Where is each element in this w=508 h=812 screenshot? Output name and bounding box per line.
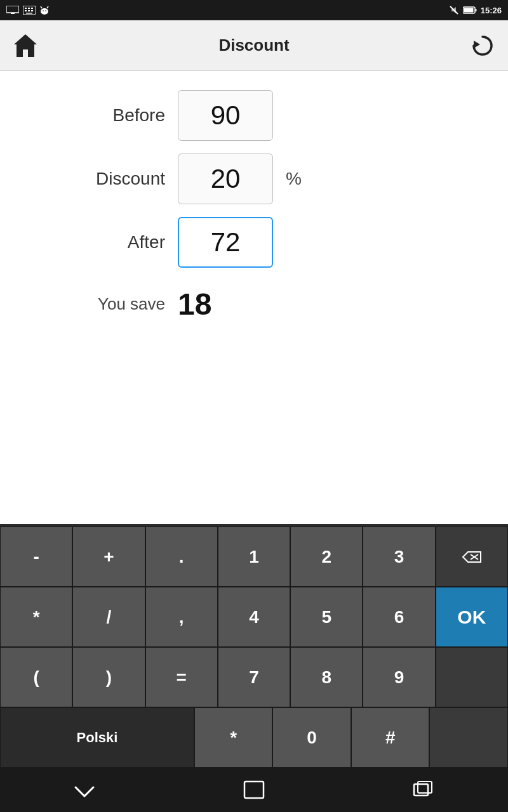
key-1[interactable]: 1 — [218, 527, 290, 587]
backspace-key[interactable] — [436, 527, 508, 587]
main-content: Before Discount % After You save 18 — [0, 71, 508, 524]
status-bar-left — [6, 5, 50, 15]
screen-icon — [6, 6, 19, 15]
svg-rect-8 — [31, 10, 33, 11]
key-placeholder — [436, 647, 508, 707]
discount-label: Discount — [38, 169, 165, 189]
keyboard-row-1: - + . 1 2 3 — [0, 527, 508, 587]
svg-line-11 — [41, 6, 42, 8]
svg-rect-18 — [464, 8, 473, 13]
svg-marker-22 — [463, 552, 481, 562]
percent-unit: % — [286, 169, 302, 189]
top-bar: Discount — [0, 20, 508, 71]
recents-nav-button[interactable] — [408, 777, 439, 802]
after-row: After — [38, 217, 470, 268]
key-close-paren[interactable]: ) — [72, 647, 145, 707]
status-bar-right: 15:26 — [449, 5, 502, 15]
android-icon — [39, 5, 50, 15]
back-nav-button[interactable] — [69, 777, 100, 802]
home-nav-button[interactable] — [238, 777, 270, 802]
key-5[interactable]: 5 — [290, 587, 363, 647]
svg-point-10 — [41, 8, 48, 15]
key-asterisk[interactable]: * — [194, 707, 273, 768]
backspace-icon — [462, 549, 482, 565]
keyboard-icon — [23, 6, 36, 15]
status-time: 15:26 — [481, 6, 502, 15]
nav-bar — [0, 768, 508, 812]
key-placeholder2 — [429, 707, 508, 768]
key-2[interactable]: 2 — [290, 527, 363, 587]
discount-row: Discount % — [38, 154, 470, 204]
before-row: Before — [38, 90, 470, 141]
key-open-paren[interactable]: ( — [0, 647, 72, 707]
svg-rect-25 — [244, 782, 264, 798]
svg-rect-1 — [11, 13, 15, 14]
keyboard-row-4: Polski * 0 # — [0, 707, 508, 768]
key-3[interactable]: 3 — [363, 527, 435, 587]
mute-icon — [449, 5, 459, 15]
ok-button[interactable]: OK — [436, 587, 508, 647]
key-hash[interactable]: # — [351, 707, 430, 768]
key-minus[interactable]: - — [0, 527, 72, 587]
key-language[interactable]: Polski — [0, 707, 194, 768]
before-input[interactable] — [178, 90, 273, 141]
keyboard-row-2: * / , 4 5 6 OK — [0, 587, 508, 647]
svg-rect-19 — [475, 9, 476, 11]
key-divide[interactable]: / — [72, 587, 145, 647]
svg-rect-6 — [25, 10, 27, 11]
you-save-value: 18 — [178, 287, 211, 322]
svg-rect-26 — [414, 784, 428, 796]
svg-point-14 — [45, 10, 46, 11]
svg-marker-20 — [14, 34, 37, 57]
key-9[interactable]: 9 — [363, 647, 435, 707]
refresh-icon — [470, 33, 495, 58]
key-8[interactable]: 8 — [290, 647, 363, 707]
after-label: After — [38, 232, 165, 252]
battery-icon — [463, 6, 477, 14]
home-nav-icon — [242, 779, 266, 801]
status-bar: 15:26 — [0, 0, 508, 20]
svg-line-12 — [47, 6, 48, 8]
home-icon — [11, 32, 39, 60]
key-dot[interactable]: . — [145, 527, 218, 587]
key-6[interactable]: 6 — [363, 587, 435, 647]
key-4[interactable]: 4 — [218, 587, 290, 647]
svg-rect-4 — [28, 8, 30, 9]
key-7[interactable]: 7 — [218, 647, 290, 707]
key-multiply[interactable]: * — [0, 587, 72, 647]
page-title: Discount — [218, 36, 289, 55]
key-0[interactable]: 0 — [272, 707, 351, 768]
discount-input[interactable] — [178, 154, 273, 204]
you-save-row: You save 18 — [38, 287, 211, 322]
keyboard-area: - + . 1 2 3 * / , 4 5 6 OK ( ) = 7 8 9 — [0, 524, 508, 768]
back-nav-icon — [73, 781, 96, 799]
svg-rect-5 — [31, 8, 33, 9]
after-input[interactable] — [178, 217, 273, 268]
svg-point-13 — [43, 10, 44, 11]
key-comma[interactable]: , — [145, 587, 218, 647]
keyboard-row-3: ( ) = 7 8 9 — [0, 647, 508, 707]
svg-rect-3 — [25, 8, 27, 9]
you-save-label: You save — [38, 294, 165, 314]
key-plus[interactable]: + — [72, 527, 145, 587]
recents-nav-icon — [411, 779, 436, 801]
svg-rect-7 — [28, 10, 30, 11]
refresh-button[interactable] — [464, 27, 502, 65]
home-button[interactable] — [6, 27, 44, 65]
before-label: Before — [38, 105, 165, 126]
svg-rect-27 — [418, 782, 432, 793]
svg-marker-21 — [474, 41, 480, 48]
svg-rect-9 — [26, 13, 32, 14]
svg-rect-0 — [6, 6, 19, 13]
key-equals[interactable]: = — [145, 647, 218, 707]
